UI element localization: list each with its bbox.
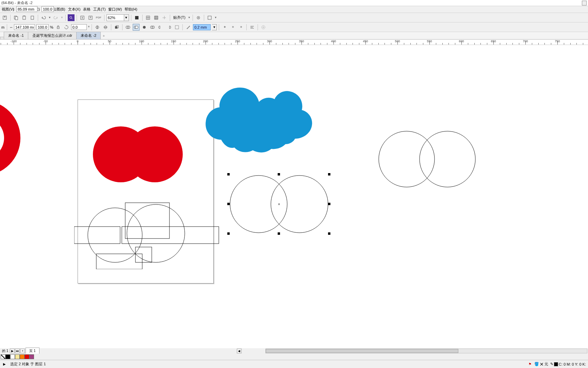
simplify-icon[interactable] xyxy=(149,24,156,31)
options-icon[interactable] xyxy=(195,14,202,21)
fill-indicator[interactable]: 🪣 ✕ 元 xyxy=(534,362,548,367)
menu-window[interactable]: 窗口(W) xyxy=(107,6,123,12)
snap-icon[interactable] xyxy=(161,14,168,21)
y-position-input[interactable] xyxy=(16,6,37,12)
back-minus-front-icon[interactable] xyxy=(165,24,172,31)
property-bar: m ↔ % ↕ ° ▾ ✦ ✦ ✦ xyxy=(0,22,588,32)
outline-indicator[interactable]: ✎ C: 0 M: 0 Y: 0 K: xyxy=(550,362,586,366)
window-control-icon[interactable] xyxy=(582,1,587,5)
swatch-none[interactable] xyxy=(1,354,5,359)
svg-rect-5 xyxy=(31,16,34,19)
tab-doc2[interactable]: 圣诞节海报怎么设计.cdr xyxy=(28,32,77,39)
selected-circles[interactable]: × xyxy=(226,173,332,235)
fill-none-label: 元 xyxy=(544,362,548,367)
svg-point-31 xyxy=(420,131,475,187)
grid-icon[interactable] xyxy=(145,14,151,21)
outline-width-input[interactable] xyxy=(193,24,211,30)
selection-handle-w[interactable] xyxy=(227,203,230,205)
export-icon[interactable] xyxy=(1,14,8,21)
scroll-left-icon[interactable]: ◀ xyxy=(237,349,242,353)
swatch-purple[interactable] xyxy=(29,354,34,359)
effect1-icon[interactable]: ✦ xyxy=(221,24,228,31)
selection-handle-se[interactable] xyxy=(328,232,330,235)
red-ring-shape[interactable] xyxy=(0,99,34,177)
effect3-icon[interactable]: ✦ xyxy=(238,24,244,31)
mirror-v-icon[interactable] xyxy=(102,24,109,31)
fullscreen-icon[interactable] xyxy=(133,14,140,21)
outline-circles-right[interactable] xyxy=(378,130,476,188)
scroll-thumb[interactable] xyxy=(266,349,459,353)
outline-dropdown-icon[interactable]: ▾ xyxy=(212,24,217,30)
swatch-yellow[interactable] xyxy=(15,354,20,359)
export2-icon[interactable] xyxy=(87,14,94,21)
outline-pen-icon[interactable] xyxy=(185,24,192,31)
page-next-icon[interactable]: ▶ xyxy=(10,349,15,353)
snap-label[interactable]: 贴齐(T) xyxy=(172,15,186,20)
scale-x-input[interactable] xyxy=(36,24,49,30)
scale-y-input[interactable] xyxy=(42,6,54,12)
mirror-h-icon[interactable] xyxy=(94,24,101,31)
svg-rect-13 xyxy=(208,16,211,19)
tab-add-button[interactable]: + xyxy=(100,32,107,39)
selection-handle-s[interactable] xyxy=(278,232,280,235)
copy-icon[interactable] xyxy=(13,14,19,21)
guides-icon[interactable] xyxy=(153,14,160,21)
selection-handle-e[interactable] xyxy=(328,203,330,205)
swatch-red[interactable] xyxy=(24,354,29,359)
front-minus-back-icon[interactable] xyxy=(157,24,164,31)
swatch-white[interactable] xyxy=(10,354,15,359)
selection-handle-sw[interactable] xyxy=(227,232,230,235)
tab-doc3[interactable]: 未命名 -2 xyxy=(76,32,101,39)
selection-handle-nw[interactable] xyxy=(227,173,230,175)
add-icon[interactable] xyxy=(260,24,267,31)
undo-icon[interactable] xyxy=(40,14,47,21)
paste-icon[interactable] xyxy=(21,14,28,21)
outline-pen-small-icon: ✎ xyxy=(550,362,553,366)
swatch-black[interactable] xyxy=(5,354,10,359)
status-play-icon[interactable]: ▶ xyxy=(2,362,7,367)
import-icon[interactable] xyxy=(79,14,86,21)
x-position-input[interactable] xyxy=(14,24,35,30)
menu-bitmap[interactable]: 位图(B) xyxy=(52,6,66,12)
redo-icon[interactable] xyxy=(52,14,59,21)
menu-tools[interactable]: 工具(T) xyxy=(92,6,107,12)
selection-handle-n[interactable] xyxy=(278,173,280,175)
clipboard-icon[interactable] xyxy=(29,14,36,21)
page-add-icon[interactable]: + xyxy=(20,349,25,353)
menu-text[interactable]: 文本(X) xyxy=(67,6,82,12)
svg-rect-3 xyxy=(23,16,26,19)
red-venn-shape[interactable] xyxy=(90,125,185,183)
rotate-icon[interactable] xyxy=(63,24,70,31)
zoom-input[interactable] xyxy=(107,15,124,21)
canvas[interactable]: × xyxy=(0,45,588,348)
effect2-icon[interactable]: ✦ xyxy=(229,24,236,31)
selection-handle-ne[interactable] xyxy=(328,173,330,175)
horizontal-ruler[interactable]: -100-50050100150200250300350400450500550… xyxy=(0,40,588,45)
boundary-icon[interactable] xyxy=(174,24,180,31)
status-flag-icon[interactable]: ⚑ xyxy=(527,362,532,367)
intersect-icon[interactable] xyxy=(141,24,148,31)
menu-table[interactable]: 表格 xyxy=(82,6,92,12)
svg-rect-37 xyxy=(74,227,120,244)
blue-cloud-shape[interactable] xyxy=(201,82,316,157)
menu-help[interactable]: 帮助(H) xyxy=(124,6,138,12)
search-icon[interactable] xyxy=(68,14,75,21)
weld-icon[interactable] xyxy=(125,24,131,31)
tab-doc1[interactable]: 未命名 -1 xyxy=(4,32,28,39)
zoom-dropdown-icon[interactable]: ▾ xyxy=(124,15,129,21)
overlapping-shapes[interactable] xyxy=(74,201,220,269)
launch-icon[interactable] xyxy=(206,14,213,21)
rotation-input[interactable] xyxy=(71,24,87,30)
page-last-icon[interactable]: ⏭ xyxy=(15,349,20,353)
align-icon[interactable] xyxy=(249,24,256,31)
svg-rect-36 xyxy=(125,203,169,239)
page-tab-1[interactable]: 页 1 xyxy=(26,348,39,354)
to-front-icon[interactable] xyxy=(113,24,120,31)
lock-ratio-icon[interactable] xyxy=(55,24,62,31)
trim-icon[interactable] xyxy=(133,24,140,31)
horizontal-scrollbar[interactable] xyxy=(265,349,587,353)
swatch-orange[interactable] xyxy=(20,354,24,359)
title-bar: (64-Bit) - 未命名 -2 xyxy=(0,0,588,6)
zoom-combo[interactable]: ▾ xyxy=(107,14,129,21)
pdf-icon[interactable]: PDF xyxy=(95,14,102,21)
